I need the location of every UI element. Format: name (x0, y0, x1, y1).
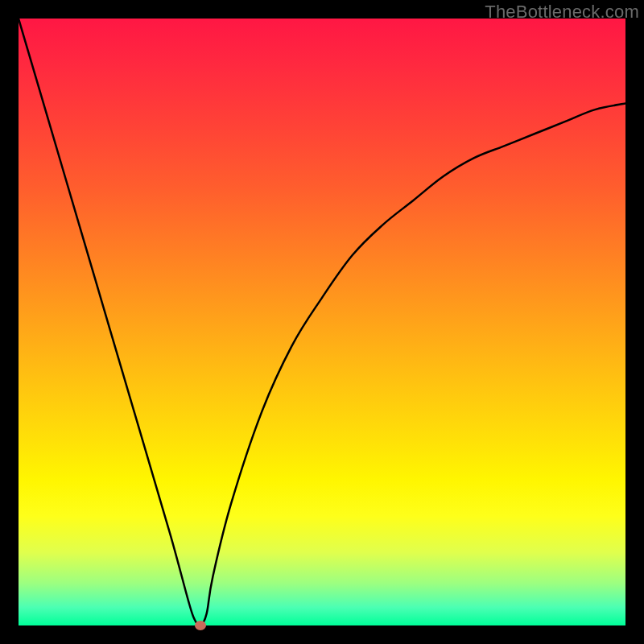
plot-area (19, 19, 625, 625)
watermark-text: TheBottleneck.com (485, 2, 639, 23)
bottleneck-curve-path (19, 19, 625, 625)
chart-container: TheBottleneck.com (0, 0, 644, 644)
curve-svg (19, 19, 625, 625)
minimum-marker (195, 621, 206, 630)
